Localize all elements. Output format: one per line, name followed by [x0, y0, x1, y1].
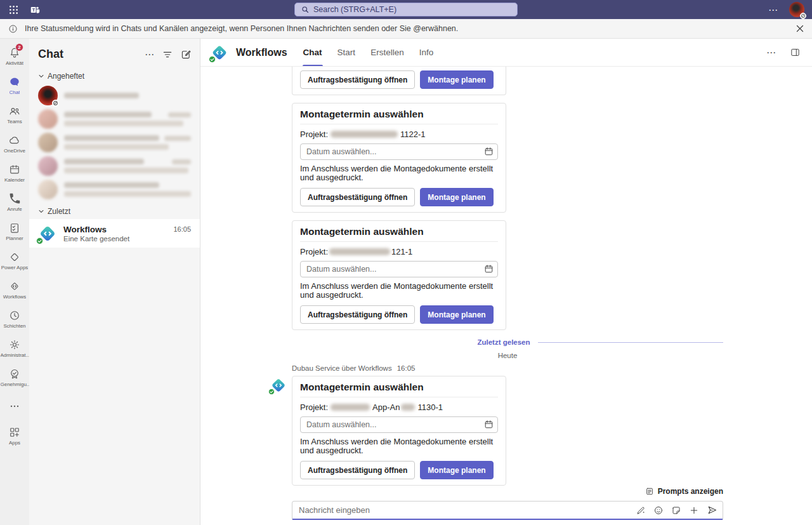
- chatlist-more-icon[interactable]: ⋯: [145, 50, 154, 59]
- rail-item-calls[interactable]: Anrufe: [0, 187, 29, 216]
- user-avatar[interactable]: [789, 2, 804, 17]
- rail-item-approvals[interactable]: Genehmigu...: [0, 362, 29, 392]
- banner-close-icon[interactable]: [796, 25, 804, 32]
- pinned-chat-row[interactable]: [29, 154, 200, 178]
- date-input[interactable]: [300, 143, 498, 160]
- pinned-chat-row[interactable]: [29, 84, 200, 107]
- conversation-header: Workflows Chat Start Erstellen Info ⋯: [200, 39, 812, 67]
- rail-item-planner[interactable]: Planner: [0, 216, 29, 246]
- card-title: Montagetermin auswählen: [300, 109, 498, 124]
- send-icon[interactable]: [707, 505, 717, 515]
- rail-item-admin[interactable]: Administrat...: [0, 333, 29, 362]
- rail-item-shifts[interactable]: Schichten: [0, 304, 29, 333]
- global-search[interactable]: [294, 3, 518, 17]
- plan-montage-button[interactable]: Montage planen: [420, 188, 493, 206]
- date-input[interactable]: [300, 416, 498, 433]
- top-bar: ⋯: [0, 0, 812, 19]
- clock-icon: [8, 309, 21, 322]
- date-divider: Heute: [292, 352, 723, 361]
- workflows-icon: [8, 280, 21, 293]
- rail-item-activity[interactable]: Aktivität 2: [0, 41, 29, 70]
- check-badge-icon: [36, 237, 43, 244]
- open-confirmation-button[interactable]: Auftragsbestätigung öffnen: [300, 305, 415, 324]
- last-read-divider: Zuletzt gelesen: [292, 338, 723, 347]
- message-composer[interactable]: [292, 501, 723, 520]
- workflows-logo: [38, 224, 57, 243]
- search-input[interactable]: [313, 5, 511, 14]
- sticker-icon[interactable]: [671, 505, 681, 515]
- teams-logo-icon[interactable]: [29, 3, 42, 17]
- info-icon: [8, 24, 18, 34]
- calendar-picker-icon[interactable]: [484, 420, 494, 429]
- plan-montage-button[interactable]: Montage planen: [420, 461, 493, 479]
- chat-preview: Eine Karte gesendet: [63, 235, 191, 243]
- section-recent[interactable]: Zuletzt: [29, 201, 200, 219]
- clipboard-icon: [8, 222, 21, 234]
- message-sender: Dubau Service über Workflows: [292, 364, 392, 373]
- chevron-down-icon: [38, 73, 44, 79]
- pinned-chat-row[interactable]: [29, 107, 200, 131]
- more-icon: [8, 400, 21, 413]
- section-pinned[interactable]: Angeheftet: [29, 66, 200, 84]
- rail-item-calendar[interactable]: Kalender: [0, 158, 29, 187]
- emoji-icon[interactable]: [653, 505, 664, 515]
- plus-icon[interactable]: [689, 505, 699, 515]
- status-banner: Ihre Statusmeldung wird in Chats und Kan…: [0, 19, 812, 39]
- composer-area: Prompts anzeigen: [200, 486, 812, 525]
- rail-item-apps[interactable]: Apps: [0, 421, 29, 450]
- avatar: [38, 109, 58, 129]
- rail-item-chat[interactable]: Chat: [0, 70, 29, 100]
- rail-item-power-apps[interactable]: Power Apps: [0, 246, 29, 275]
- avatar-status-icon: [52, 100, 59, 107]
- waffle-menu-icon[interactable]: [8, 4, 20, 16]
- chat-row-workflows[interactable]: Workflows 16:05 Eine Karte gesendet: [29, 219, 200, 248]
- date-picker: [300, 143, 498, 160]
- message-input[interactable]: [299, 505, 636, 515]
- redacted-text: [401, 404, 415, 411]
- workflows-logo: [211, 44, 228, 62]
- format-icon[interactable]: [636, 505, 646, 515]
- calendar-picker-icon[interactable]: [484, 147, 494, 156]
- message: Dubau Service über Workflows 16:05 Monta…: [292, 364, 723, 486]
- cloud-icon: [8, 134, 21, 147]
- presence-badge-icon: [800, 13, 806, 19]
- open-confirmation-button[interactable]: Auftragsbestätigung öffnen: [300, 188, 415, 206]
- new-chat-icon[interactable]: [181, 50, 191, 60]
- avatar: [38, 133, 58, 152]
- check-badge-icon: [268, 389, 275, 395]
- activity-badge: 2: [15, 43, 23, 51]
- tab-info[interactable]: Info: [419, 39, 435, 66]
- date-input[interactable]: [300, 261, 498, 277]
- rail-item-more[interactable]: [0, 392, 29, 421]
- plan-montage-button[interactable]: Montage planen: [420, 70, 493, 89]
- conversation-more-icon[interactable]: ⋯: [765, 46, 777, 58]
- message-list[interactable]: ausgedruckt. Auftragsbestätigung öffnen …: [200, 67, 812, 486]
- show-prompts-button[interactable]: Prompts anzeigen: [645, 486, 723, 497]
- calendar-picker-icon[interactable]: [484, 264, 494, 274]
- card-text: Im Anschluss werden die Montagedokumente…: [300, 437, 498, 455]
- rail-item-teams[interactable]: Teams: [0, 100, 29, 129]
- check-badge-icon: [209, 56, 216, 63]
- plan-montage-button[interactable]: Montage planen: [420, 305, 493, 324]
- tab-chat[interactable]: Chat: [303, 39, 323, 66]
- open-confirmation-button[interactable]: Auftragsbestätigung öffnen: [300, 461, 415, 479]
- approval-check-icon: [8, 368, 21, 380]
- chevron-down-icon: [38, 208, 44, 215]
- tab-start[interactable]: Start: [337, 39, 357, 66]
- topbar-more-icon[interactable]: ⋯: [767, 4, 779, 16]
- avatar: [38, 86, 58, 105]
- pinned-chat-row[interactable]: [29, 131, 200, 154]
- apps-grid-icon: [8, 426, 21, 439]
- rail-item-workflows[interactable]: Workflows: [0, 275, 29, 304]
- open-confirmation-button[interactable]: Auftragsbestätigung öffnen: [300, 70, 415, 89]
- power-apps-icon: [8, 251, 21, 263]
- conversation-pane: Workflows Chat Start Erstellen Info ⋯ au…: [200, 39, 812, 525]
- tab-erstellen[interactable]: Erstellen: [370, 39, 405, 66]
- adaptive-card: Montagetermin auswählen Projekt: 121-1 I…: [292, 220, 506, 330]
- open-pane-icon[interactable]: [789, 46, 802, 59]
- panel-title: Chat: [38, 48, 63, 61]
- rail-item-onedrive[interactable]: OneDrive: [0, 129, 29, 158]
- pinned-chat-row[interactable]: [29, 178, 200, 201]
- filter-icon[interactable]: [162, 50, 173, 60]
- avatar: [38, 180, 58, 199]
